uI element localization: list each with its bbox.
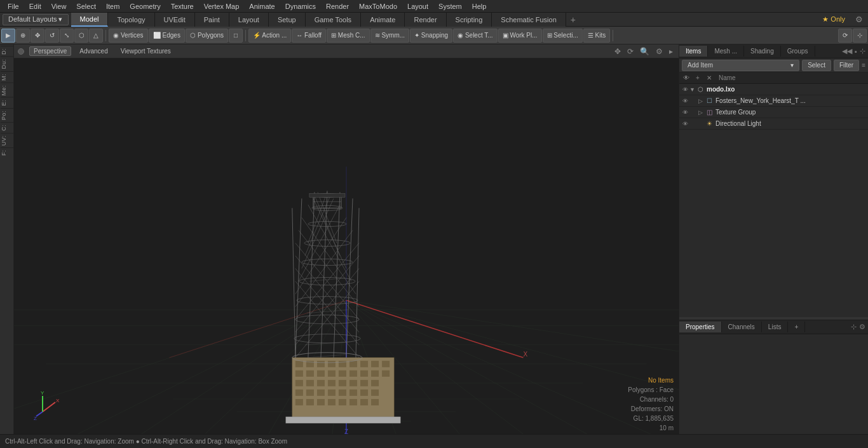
polygons-mode-btn[interactable]: ⬡ Polygons [186,29,228,43]
panel-expand-icon[interactable]: ⊹ [860,47,865,55]
panel-collapse-icon[interactable]: ◀◀ [842,47,852,55]
item-eye-fosters[interactable]: 👁 [681,97,689,105]
snapping-btn[interactable]: ✦ Snapping [410,29,452,43]
origin-tool[interactable]: ⊕ [16,29,30,43]
tab-layout[interactable]: Layout [229,13,269,27]
animate-menu[interactable]: Animate [244,1,280,11]
action-btn[interactable]: ⚡ Action ... [248,29,291,43]
sidebar-tab-po[interactable]: Po: [1,108,13,122]
panel-tab-items[interactable]: Items [679,46,708,57]
tab-render[interactable]: Render [405,13,446,27]
sidebar-tab-me[interactable]: Me: [1,83,13,98]
item-arrow-root[interactable]: ▼ [689,86,696,93]
item-row-dir-light[interactable]: 👁 ☀ Directional Light [679,118,868,130]
panel-tab-mesh[interactable]: Mesh ... [708,46,744,57]
prop-tab-lists[interactable]: Lists [762,322,789,332]
item-eye-light[interactable]: 👁 [681,119,689,128]
item-row-texture-group[interactable]: 👁 ▷ ◫ Texture Group [679,107,868,118]
add-item-small-btn[interactable]: + [693,74,702,83]
work-pl-btn[interactable]: ▣ Work Pl... [498,29,542,43]
sidebar-tab-e[interactable]: E: [1,97,13,108]
item-arrow-texture[interactable]: ▷ [698,109,705,116]
sidebar-tab-f[interactable]: F: [1,147,13,158]
items-select-btn[interactable]: Select [802,60,831,71]
vertex-map-menu[interactable]: Vertex Map [199,1,245,11]
vp-tab-viewport-textures[interactable]: Viewport Textures [116,46,175,56]
rotate-view-btn[interactable]: ⟳ [838,29,852,43]
viewport-dot[interactable] [18,48,24,55]
geometry-menu[interactable]: Geometry [125,1,165,11]
view-menu[interactable]: View [46,1,72,11]
render-menu[interactable]: Render [321,1,354,11]
panel-tab-shading[interactable]: Shading [744,46,781,57]
add-item-dropdown[interactable]: Add Item ▾ [682,60,799,71]
prop-expand-icon[interactable]: ⊹ [851,323,857,331]
mesh-mode-btn[interactable]: □ [229,29,243,43]
panel-menu-icon[interactable]: ▪ [855,48,857,55]
tab-topology[interactable]: Topology [108,13,154,27]
vertices-mode-btn[interactable]: ◉ Vertices [109,29,148,43]
layout-dropdown[interactable]: Default Layouts ▾ [3,14,69,25]
items-filter-btn[interactable]: Filter [834,60,859,71]
item-row-root[interactable]: 👁 ▼ ⬡ modo.lxo [679,84,868,95]
rotate-tool[interactable]: ↺ [45,29,59,43]
sidebar-tab-c[interactable]: C: [1,122,13,133]
maxtomodo-menu[interactable]: MaxToModo [354,1,402,11]
transform-tool[interactable]: ⬡ [74,29,88,43]
edges-mode-btn[interactable]: ⬜ Edges [149,29,185,43]
items-more-btn[interactable]: ≡ [862,62,865,69]
sidebar-tab-uv[interactable]: UV: [1,133,13,147]
tabs-gear[interactable]: ⚙ [850,13,868,27]
prop-gear-icon[interactable]: ⚙ [859,323,865,331]
tab-scripting[interactable]: Scripting [447,13,492,27]
item-eye-root[interactable]: 👁 [681,85,689,94]
remove-item-btn[interactable]: ✕ [705,74,714,83]
vp-tab-advanced[interactable]: Advanced [75,46,112,56]
select-tool[interactable]: ▶ [1,29,15,43]
prop-tab-properties[interactable]: Properties [679,322,722,332]
texture-menu[interactable]: Texture [166,1,199,11]
vp-control-zoom[interactable]: 🔍 [638,46,651,57]
help-menu[interactable]: Help [467,1,492,11]
item-menu[interactable]: Item [101,1,125,11]
extra-tool[interactable]: △ [89,29,103,43]
kits-btn[interactable]: ☰ Kits [583,29,610,43]
symm-btn[interactable]: ≋ Symm... [370,29,409,43]
tab-uvedit[interactable]: UVEdit [155,13,195,27]
prop-tab-channels[interactable]: Channels [722,322,762,332]
item-arrow-fosters[interactable]: ▷ [698,98,705,104]
mesh-c-btn[interactable]: ⊞ Mesh C... [327,29,370,43]
viewport-canvas[interactable]: X Z No Items Polygons : Face Channels: 0… [14,58,679,434]
file-menu[interactable]: File [3,1,24,11]
vp-control-settings[interactable]: ⚙ [654,46,665,57]
prop-tab-add[interactable]: + [788,322,805,332]
vp-tab-perspective[interactable]: Perspective [29,46,71,56]
panel-tab-groups[interactable]: Groups [781,46,815,57]
dynamics-menu[interactable]: Dynamics [280,1,321,11]
tab-game-tools[interactable]: Game Tools [306,13,362,27]
tab-model[interactable]: Model [71,13,109,27]
select-menu[interactable]: Select [71,1,101,11]
sidebar-tab-du[interactable]: Du: [1,57,13,71]
falloff-btn[interactable]: ↔ Falloff [292,29,326,43]
tab-schematic-fusion[interactable]: Schematic Fusion [492,13,566,27]
scale-tool[interactable]: ⤡ [60,29,74,43]
eye-header-btn[interactable]: 👁 [682,74,691,83]
tab-paint[interactable]: Paint [195,13,229,27]
vp-control-expand[interactable]: ▸ [667,46,675,57]
items-list[interactable]: 👁 ▼ ⬡ modo.lxo 👁 ▷ ☐ Fosters_New_York_He… [679,84,868,317]
layout-menu[interactable]: Layout [402,1,433,11]
move-tool[interactable]: ✥ [31,29,44,43]
select-t-btn[interactable]: ◉ Select T... [453,29,498,43]
vp-control-crosshair[interactable]: ✥ [613,46,623,57]
item-row-fosters[interactable]: 👁 ▷ ☐ Fosters_New_York_Hearst_T ... [679,95,868,107]
tab-add[interactable]: + [566,13,580,27]
sidebar-tab-m[interactable]: M: [1,71,13,83]
sidebar-tab-d[interactable]: D: [1,46,13,57]
fullscreen-btn[interactable]: ⊹ [853,29,867,43]
tab-animate[interactable]: Animate [361,13,405,27]
item-eye-texture[interactable]: 👁 [681,108,689,117]
tab-setup[interactable]: Setup [269,13,306,27]
edit-menu[interactable]: Edit [24,1,46,11]
system-menu[interactable]: System [433,1,467,11]
